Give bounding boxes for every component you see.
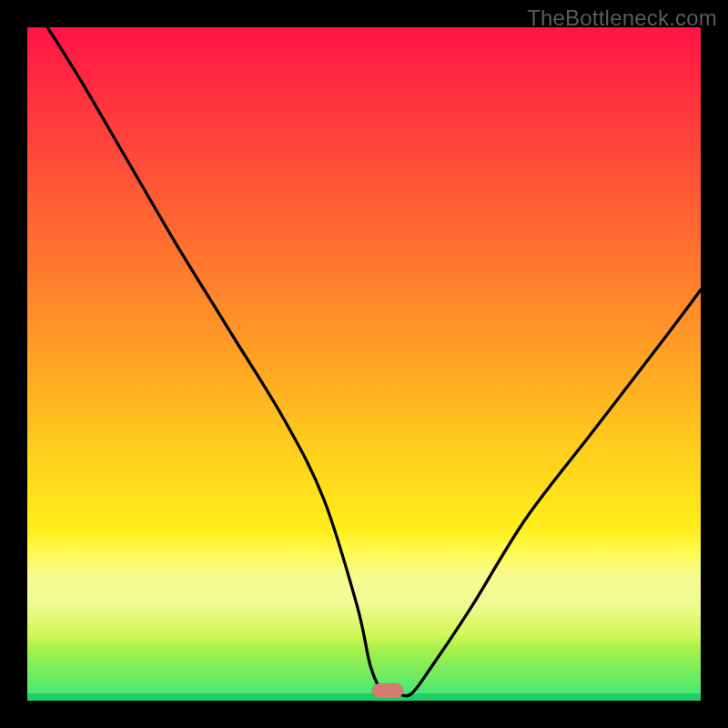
watermark-text: TheBottleneck.com: [527, 5, 717, 31]
plot-area: [27, 27, 701, 701]
bottleneck-curve: [27, 27, 701, 701]
bottleneck-marker: [372, 683, 403, 698]
chart-frame: TheBottleneck.com: [0, 0, 728, 728]
